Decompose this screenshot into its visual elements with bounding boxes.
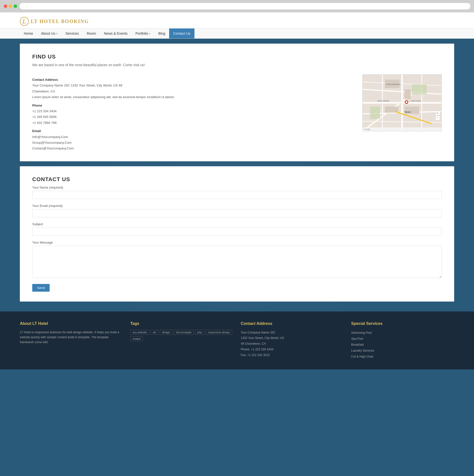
- contact-info: Contact Address Your Company Name JSC 13…: [32, 74, 352, 151]
- svg-text:Google: Google: [364, 128, 370, 130]
- footer-services-title: Special Services: [351, 321, 454, 326]
- footer-contact-address: 1332 Your Street, City World, US: [241, 335, 344, 341]
- tags-container: any website art design last template php…: [130, 330, 233, 341]
- tag-last-template[interactable]: last template: [174, 330, 194, 335]
- svg-text:STADTKERN: STADTKERN: [411, 100, 421, 102]
- svg-text:−: −: [437, 116, 439, 120]
- message-label: Your Message: [32, 241, 442, 244]
- city: Chameleon, CA: [32, 88, 352, 94]
- service-breakfast[interactable]: Breakfast: [351, 342, 454, 348]
- footer-grid: About LT Hotel LT Hotel is responsive bu…: [20, 321, 454, 360]
- svg-rect-12: [412, 84, 427, 94]
- map-container: STADTBEZIRKE Essen WESTVIERTEL STADTKERN…: [362, 74, 442, 131]
- main-nav: Home About Us ▾ Services Room News & Eve…: [0, 28, 474, 39]
- chevron-down-icon: ▾: [56, 32, 58, 35]
- nav-about[interactable]: About Us ▾: [37, 28, 62, 38]
- footer-about: About LT Hotel LT Hotel is responsive bu…: [20, 321, 123, 360]
- nav-services[interactable]: Services: [62, 28, 83, 38]
- dot-yellow: [9, 4, 12, 8]
- email1: Info@Yourcompany.Com: [32, 134, 352, 140]
- footer-contact-phone: Phone: +1 223 334 3434: [241, 347, 344, 352]
- phone1: +1 223 334 3434: [32, 108, 352, 114]
- tag-design[interactable]: design: [160, 330, 172, 335]
- footer-about-text: LT Hotel is responsive business for web …: [20, 330, 123, 345]
- logo-text: LT Hotel Booking: [31, 19, 89, 24]
- svg-rect-28: [363, 127, 441, 131]
- contact-form: Your Name (required) Your Email (require…: [32, 186, 442, 292]
- nav-portfolio[interactable]: Portfolio ▾: [131, 28, 154, 38]
- footer-services-col: Special Services Swimming Pool Spa Pool …: [351, 321, 454, 360]
- find-us-subtitle: We are based in one of the most beautifu…: [32, 63, 442, 67]
- subject-input[interactable]: [32, 227, 442, 236]
- find-us-content: Contact Address Your Company Name JSC 13…: [32, 74, 442, 151]
- tag-responsive[interactable]: responsive design: [206, 330, 232, 335]
- site-footer: About LT Hotel LT Hotel is responsive bu…: [0, 311, 474, 369]
- footer-contact-col: Contact Address Your Company Name JSC 13…: [241, 321, 344, 360]
- form-group-email: Your Email (required): [32, 204, 442, 217]
- svg-text:+: +: [437, 111, 439, 115]
- logo-icon: L: [20, 17, 29, 26]
- phone-label: Phone: [32, 103, 352, 108]
- dot-green: [14, 4, 17, 8]
- form-group-name: Your Name (required): [32, 186, 442, 199]
- find-us-section: FIND US We are based in one of the most …: [20, 44, 454, 161]
- tag-art[interactable]: art: [151, 330, 158, 335]
- nav-contact[interactable]: Contact Us: [169, 28, 194, 38]
- tag-php[interactable]: php: [195, 330, 204, 335]
- main-content: FIND US We are based in one of the most …: [0, 39, 474, 311]
- nav-room[interactable]: Room: [83, 28, 100, 38]
- footer-contact-title: Contact Address: [241, 321, 344, 326]
- footer-about-title: About LT Hotel: [20, 321, 123, 326]
- svg-rect-16: [405, 89, 411, 99]
- send-button[interactable]: Send: [32, 284, 50, 292]
- tag-any-website[interactable]: any website: [130, 330, 149, 335]
- footer-contact-company: Your Company Name JSC: [241, 330, 344, 336]
- svg-text:WESTVIERTEL: WESTVIERTEL: [378, 100, 390, 102]
- tag-unique[interactable]: unique: [130, 336, 143, 341]
- email-label: Your Email (required): [32, 204, 442, 208]
- nav-home[interactable]: Home: [20, 28, 37, 38]
- browser-chrome: [0, 0, 474, 12]
- company-name: Your Company Name JSC 1332 Your Street, …: [32, 83, 352, 88]
- nav-blog[interactable]: Blog: [154, 28, 169, 38]
- form-group-subject: Subject: [32, 222, 442, 236]
- message-textarea[interactable]: [32, 246, 442, 278]
- svg-text:Essen: Essen: [405, 111, 411, 113]
- email-label: Email: [32, 128, 352, 134]
- nav-news[interactable]: News & Events: [100, 28, 131, 38]
- address-label: Contact Address: [32, 77, 352, 83]
- service-swimming[interactable]: Swimming Pool: [351, 330, 454, 336]
- footer-contact-city: 49 Chameleon, CA: [241, 341, 344, 347]
- form-group-message: Your Message: [32, 241, 442, 279]
- map-svg: STADTBEZIRKE Essen WESTVIERTEL STADTKERN…: [363, 75, 442, 131]
- subject-label: Subject: [32, 222, 442, 226]
- browser-dots: [4, 4, 17, 8]
- dot-red: [4, 4, 7, 8]
- contact-us-title: CONTACT US: [32, 176, 442, 183]
- site-header: L LT Hotel Booking: [0, 12, 474, 28]
- chevron-down-icon: ▾: [149, 32, 150, 35]
- find-us-title: FIND US: [32, 54, 442, 60]
- lorem-text: Lorem ipsum dolor sit amet, consectetur …: [32, 94, 352, 100]
- email2: Group@Yourcompany.Com: [32, 140, 352, 145]
- logo[interactable]: L LT Hotel Booking: [20, 17, 89, 26]
- page-wrapper: L LT Hotel Booking Home About Us ▾ Servi…: [0, 12, 474, 369]
- svg-text:STADTBEZIRKE: STADTBEZIRKE: [386, 83, 401, 85]
- address-bar[interactable]: [20, 3, 470, 9]
- email-input[interactable]: [32, 209, 442, 217]
- service-spa[interactable]: Spa Pool: [351, 336, 454, 342]
- footer-contact-fax: Fax: +1 221 534 3222: [241, 352, 344, 358]
- email3: Contact@Yourcompany.Com: [32, 145, 352, 151]
- contact-us-section: CONTACT US Your Name (required) Your Ema…: [20, 166, 454, 302]
- phone3: +1 432 7894 789: [32, 120, 352, 126]
- name-label: Your Name (required): [32, 186, 442, 189]
- service-cot[interactable]: Cot & High Chair: [351, 354, 454, 360]
- name-input[interactable]: [32, 191, 442, 199]
- footer-tags-col: Tags any website art design last templat…: [130, 321, 233, 360]
- footer-tags-title: Tags: [130, 321, 233, 326]
- svg-rect-11: [370, 107, 380, 119]
- svg-point-27: [406, 101, 408, 103]
- phone2: +1 345 645 5656: [32, 114, 352, 120]
- service-laundry[interactable]: Laundry Services: [351, 348, 454, 354]
